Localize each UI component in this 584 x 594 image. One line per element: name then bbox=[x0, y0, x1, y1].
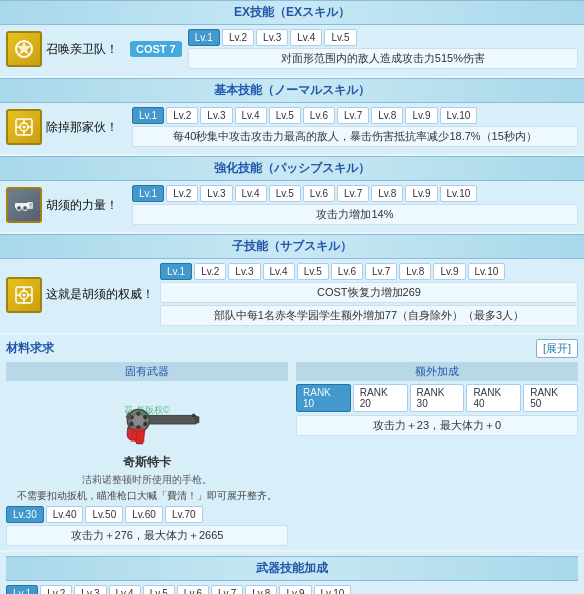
lv-tab-lv30[interactable]: Lv.30 bbox=[6, 506, 44, 523]
ex-skill-icon bbox=[6, 31, 42, 67]
lv-tab-rank 50[interactable]: RANK 50 bbox=[523, 384, 578, 412]
ws-lv-tab-lv4[interactable]: Lv.4 bbox=[109, 585, 141, 594]
weapon-lv-desc: 攻击力＋276，最大体力＋2665 bbox=[6, 525, 288, 546]
lv-tab-lv8[interactable]: Lv.8 bbox=[399, 263, 431, 280]
lv-tab-lv6[interactable]: Lv.6 bbox=[331, 263, 363, 280]
ws-lv-tab-lv8[interactable]: Lv.8 bbox=[245, 585, 277, 594]
ex-skill-block: 召唤亲卫队！ COST 7 Lv.1Lv.2Lv.3Lv.4Lv.5 对面形范围… bbox=[0, 25, 584, 76]
sub-skill-desc1: COST恢复力增加269 bbox=[160, 282, 578, 303]
lv-tab-rank 20[interactable]: RANK 20 bbox=[353, 384, 408, 412]
weapon-skill-section: 武器技能加成 Lv.1Lv.2Lv.3Lv.4Lv.5Lv.6Lv.7Lv.8L… bbox=[0, 552, 584, 594]
ws-lv-tab-lv5[interactable]: Lv.5 bbox=[143, 585, 175, 594]
lv-tab-lv1[interactable]: Lv.1 bbox=[160, 263, 192, 280]
lv-tab-rank 30[interactable]: RANK 30 bbox=[410, 384, 465, 412]
basic-skill-name: 除掉那家伙！ bbox=[46, 119, 126, 136]
lv-tab-lv3[interactable]: Lv.3 bbox=[228, 263, 260, 280]
svg-rect-30 bbox=[195, 416, 199, 423]
lv-tab-lv3[interactable]: Lv.3 bbox=[200, 185, 232, 202]
lv-tab-lv2[interactable]: Lv.2 bbox=[166, 107, 198, 124]
svg-point-28 bbox=[143, 422, 147, 426]
sub-skill-lv-tabs: Lv.1Lv.2Lv.3Lv.4Lv.5Lv.6Lv.7Lv.8Lv.9Lv.1… bbox=[160, 263, 578, 280]
lv-tab-lv5[interactable]: Lv.5 bbox=[269, 107, 301, 124]
lv-tab-lv3[interactable]: Lv.3 bbox=[200, 107, 232, 124]
ex-skill-name: 召唤亲卫队！ bbox=[46, 41, 126, 58]
lv-tab-lv2[interactable]: Lv.2 bbox=[222, 29, 254, 46]
lv-tab-lv1[interactable]: Lv.1 bbox=[132, 107, 164, 124]
expand-button[interactable]: [展开] bbox=[536, 339, 578, 358]
lv-tab-lv10[interactable]: Lv.10 bbox=[468, 263, 506, 280]
ex-skill-row: 召唤亲卫队！ COST 7 Lv.1Lv.2Lv.3Lv.4Lv.5 对面形范围… bbox=[6, 29, 578, 69]
lv-tab-lv4[interactable]: Lv.4 bbox=[290, 29, 322, 46]
basic-skill-header: 基本技能（ノーマルスキル） bbox=[0, 78, 584, 103]
material-header-row: 材料求求 [展开] bbox=[6, 339, 578, 358]
ws-lv-tab-lv7[interactable]: Lv.7 bbox=[211, 585, 243, 594]
svg-point-15 bbox=[23, 293, 26, 296]
weapon-skill-header: 武器技能加成 bbox=[6, 556, 578, 581]
lv-tab-lv8[interactable]: Lv.8 bbox=[371, 107, 403, 124]
lv-tab-lv8[interactable]: Lv.8 bbox=[371, 185, 403, 202]
lv-tab-lv6[interactable]: Lv.6 bbox=[303, 185, 335, 202]
sub-skill-name: 这就是胡须的权威！ bbox=[46, 286, 154, 303]
material-title: 材料求求 bbox=[6, 340, 54, 357]
lv-tab-lv2[interactable]: Lv.2 bbox=[166, 185, 198, 202]
lv-tab-lv5[interactable]: Lv.5 bbox=[269, 185, 301, 202]
sub-skill-header: 子技能（サブスキル） bbox=[0, 234, 584, 259]
basic-skill-desc: 每40秒集中攻击攻击力最高的敌人，暴击伤害抵抗率减少18.7%（15秒内） bbox=[132, 126, 578, 147]
lv-tab-lv4[interactable]: Lv.4 bbox=[235, 107, 267, 124]
lv-tab-rank 10[interactable]: RANK 10 bbox=[296, 384, 351, 412]
enhance-skill-header: 強化技能（パッシブスキル） bbox=[0, 156, 584, 181]
ex-skill-section: EX技能（EXスキル） 召唤亲卫队！ COST 7 Lv.1Lv.2Lv.3Lv… bbox=[0, 0, 584, 76]
enhance-skill-section: 強化技能（パッシブスキル） 胡须的力量！ Lv.1Lv.2Lv.3Lv.4Lv.… bbox=[0, 156, 584, 232]
lv-tab-lv3[interactable]: Lv.3 bbox=[256, 29, 288, 46]
lv-tab-lv9[interactable]: Lv.9 bbox=[405, 185, 437, 202]
svg-rect-12 bbox=[29, 204, 32, 206]
lv-tab-lv10[interactable]: Lv.10 bbox=[440, 185, 478, 202]
lv-tab-lv5[interactable]: Lv.5 bbox=[324, 29, 356, 46]
ws-lv-tab-lv6[interactable]: Lv.6 bbox=[177, 585, 209, 594]
lv-tab-lv7[interactable]: Lv.7 bbox=[337, 185, 369, 202]
watermark: 花 低版权© bbox=[124, 404, 169, 417]
lv-tab-lv40[interactable]: Lv.40 bbox=[46, 506, 84, 523]
svg-point-10 bbox=[17, 206, 22, 211]
lv-tab-lv4[interactable]: Lv.4 bbox=[263, 263, 295, 280]
lv-tab-lv7[interactable]: Lv.7 bbox=[365, 263, 397, 280]
weapon-skill-block: 武器技能加成 Lv.1Lv.2Lv.3Lv.4Lv.5Lv.6Lv.7Lv.8L… bbox=[0, 552, 584, 594]
sub-skill-content: Lv.1Lv.2Lv.3Lv.4Lv.5Lv.6Lv.7Lv.8Lv.9Lv.1… bbox=[160, 263, 578, 326]
weapon-desc: 不需要扣动扳机，瞄准枪口大喊「費清！」即可展开整齐。 bbox=[6, 489, 288, 503]
ws-lv-tab-lv10[interactable]: Lv.10 bbox=[314, 585, 352, 594]
lv-tab-lv1[interactable]: Lv.1 bbox=[132, 185, 164, 202]
enhance-skill-left: 胡须的力量！ bbox=[6, 187, 126, 223]
lv-tab-lv9[interactable]: Lv.9 bbox=[405, 107, 437, 124]
lv-tab-lv4[interactable]: Lv.4 bbox=[235, 185, 267, 202]
ws-lv-tab-lv9[interactable]: Lv.9 bbox=[279, 585, 311, 594]
sub-skill-row: 这就是胡须的权威！ Lv.1Lv.2Lv.3Lv.4Lv.5Lv.6Lv.7Lv… bbox=[6, 263, 578, 326]
enhance-skill-lv-tabs: Lv.1Lv.2Lv.3Lv.4Lv.5Lv.6Lv.7Lv.8Lv.9Lv.1… bbox=[132, 185, 578, 202]
lv-tab-rank 40[interactable]: RANK 40 bbox=[466, 384, 521, 412]
lv-tab-lv6[interactable]: Lv.6 bbox=[303, 107, 335, 124]
lv-tab-lv10[interactable]: Lv.10 bbox=[440, 107, 478, 124]
sub-skill-block: 这就是胡须的权威！ Lv.1Lv.2Lv.3Lv.4Lv.5Lv.6Lv.7Lv… bbox=[0, 259, 584, 333]
svg-point-11 bbox=[23, 206, 28, 211]
weapon-image-area: 花 低版权© bbox=[6, 384, 288, 452]
lv-tab-lv50[interactable]: Lv.50 bbox=[85, 506, 123, 523]
material-section: 材料求求 [展开] 固有武器 bbox=[0, 335, 584, 550]
weapon-svg bbox=[87, 388, 207, 448]
lv-tab-lv60[interactable]: Lv.60 bbox=[125, 506, 163, 523]
ws-lv-tab-lv3[interactable]: Lv.3 bbox=[74, 585, 106, 594]
weapon-right-panel: 额外加成 RANK 10RANK 20RANK 30RANK 40RANK 50… bbox=[296, 362, 578, 546]
basic-skill-row: 除掉那家伙！ Lv.1Lv.2Lv.3Lv.4Lv.5Lv.6Lv.7Lv.8L… bbox=[6, 107, 578, 147]
sub-skill-desc2: 部队中每1名赤冬学园学生额外增加77（自身除外）（最多3人） bbox=[160, 305, 578, 326]
rank-tabs-row: RANK 10RANK 20RANK 30RANK 40RANK 50 bbox=[296, 384, 578, 412]
sub-skill-section: 子技能（サブスキル） 这就是胡须的权威！ Lv.1Lv.2Lv.3Lv.4Lv.… bbox=[0, 234, 584, 333]
lv-tab-lv1[interactable]: Lv.1 bbox=[188, 29, 220, 46]
material-inner: 固有武器 bbox=[6, 362, 578, 546]
ws-lv-tab-lv1[interactable]: Lv.1 bbox=[6, 585, 38, 594]
lv-tab-lv5[interactable]: Lv.5 bbox=[297, 263, 329, 280]
enhance-skill-block: 胡须的力量！ Lv.1Lv.2Lv.3Lv.4Lv.5Lv.6Lv.7Lv.8L… bbox=[0, 181, 584, 232]
lv-tab-lv2[interactable]: Lv.2 bbox=[194, 263, 226, 280]
basic-skill-icon bbox=[6, 109, 42, 145]
lv-tab-lv9[interactable]: Lv.9 bbox=[433, 263, 465, 280]
ws-lv-tab-lv2[interactable]: Lv.2 bbox=[40, 585, 72, 594]
lv-tab-lv7[interactable]: Lv.7 bbox=[337, 107, 369, 124]
lv-tab-lv70[interactable]: Lv.70 bbox=[165, 506, 203, 523]
